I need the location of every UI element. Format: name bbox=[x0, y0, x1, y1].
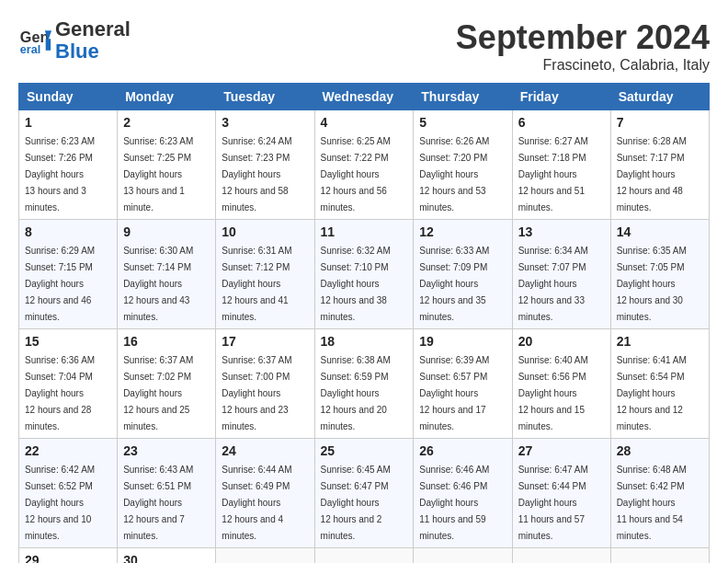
calendar-day-8: 8Sunrise: 6:29 AMSunset: 7:15 PMDaylight… bbox=[19, 220, 118, 329]
location-subtitle: Frascineto, Calabria, Italy bbox=[456, 57, 710, 74]
logo-blue: Blue bbox=[55, 40, 131, 63]
calendar-day-23: 23Sunrise: 6:43 AMSunset: 6:51 PMDayligh… bbox=[118, 439, 216, 548]
calendar-day-7: 7Sunrise: 6:28 AMSunset: 7:17 PMDaylight… bbox=[610, 110, 709, 220]
calendar-day-3: 3Sunrise: 6:24 AMSunset: 7:23 PMDaylight… bbox=[216, 110, 314, 220]
calendar-day-28: 28Sunrise: 6:48 AMSunset: 6:42 PMDayligh… bbox=[610, 439, 709, 548]
calendar-week-2: 15Sunrise: 6:36 AMSunset: 7:04 PMDayligh… bbox=[19, 329, 710, 439]
calendar-day-9: 9Sunrise: 6:30 AMSunset: 7:14 PMDaylight… bbox=[118, 220, 216, 329]
logo-icon: Gen eral bbox=[18, 24, 51, 57]
title-area: September 2024 Frascineto, Calabria, Ita… bbox=[456, 18, 710, 74]
calendar-header-row: SundayMondayTuesdayWednesdayThursdayFrid… bbox=[19, 84, 710, 110]
col-header-wednesday: Wednesday bbox=[314, 84, 414, 110]
calendar-day-4: 4Sunrise: 6:25 AMSunset: 7:22 PMDaylight… bbox=[314, 110, 414, 220]
col-header-monday: Monday bbox=[118, 84, 216, 110]
col-header-tuesday: Tuesday bbox=[216, 84, 314, 110]
calendar-day-26: 26Sunrise: 6:46 AMSunset: 6:46 PMDayligh… bbox=[414, 439, 512, 548]
calendar-week-4: 29Sunrise: 6:49 AMSunset: 6:41 PMDayligh… bbox=[19, 548, 710, 564]
calendar-day-30: 30Sunrise: 6:50 AMSunset: 6:39 PMDayligh… bbox=[118, 548, 216, 564]
calendar-day-18: 18Sunrise: 6:38 AMSunset: 6:59 PMDayligh… bbox=[314, 329, 414, 439]
page-header: Gen eral General Blue September 2024 Fra… bbox=[18, 18, 710, 74]
calendar-week-0: 1Sunrise: 6:23 AMSunset: 7:26 PMDaylight… bbox=[19, 110, 710, 220]
col-header-sunday: Sunday bbox=[19, 84, 118, 110]
calendar-day-5: 5Sunrise: 6:26 AMSunset: 7:20 PMDaylight… bbox=[414, 110, 512, 220]
calendar-day-15: 15Sunrise: 6:36 AMSunset: 7:04 PMDayligh… bbox=[19, 329, 118, 439]
calendar-day-6: 6Sunrise: 6:27 AMSunset: 7:18 PMDaylight… bbox=[512, 110, 610, 220]
calendar-day-24: 24Sunrise: 6:44 AMSunset: 6:49 PMDayligh… bbox=[216, 439, 314, 548]
logo-general: General bbox=[55, 18, 131, 40]
calendar-day-22: 22Sunrise: 6:42 AMSunset: 6:52 PMDayligh… bbox=[19, 439, 118, 548]
calendar-day-14: 14Sunrise: 6:35 AMSunset: 7:05 PMDayligh… bbox=[610, 220, 709, 329]
calendar-day-20: 20Sunrise: 6:40 AMSunset: 6:56 PMDayligh… bbox=[512, 329, 610, 439]
logo: Gen eral General Blue bbox=[18, 18, 131, 63]
col-header-friday: Friday bbox=[512, 84, 610, 110]
calendar-day-empty-4-2 bbox=[216, 548, 314, 564]
svg-text:Gen: Gen bbox=[20, 29, 49, 45]
col-header-saturday: Saturday bbox=[610, 84, 709, 110]
calendar-day-empty-4-6 bbox=[610, 548, 709, 564]
calendar-week-1: 8Sunrise: 6:29 AMSunset: 7:15 PMDaylight… bbox=[19, 220, 710, 329]
svg-rect-3 bbox=[46, 39, 51, 51]
calendar-day-27: 27Sunrise: 6:47 AMSunset: 6:44 PMDayligh… bbox=[512, 439, 610, 548]
calendar-day-13: 13Sunrise: 6:34 AMSunset: 7:07 PMDayligh… bbox=[512, 220, 610, 329]
calendar-day-10: 10Sunrise: 6:31 AMSunset: 7:12 PMDayligh… bbox=[216, 220, 314, 329]
svg-text:eral: eral bbox=[20, 44, 40, 57]
calendar-day-29: 29Sunrise: 6:49 AMSunset: 6:41 PMDayligh… bbox=[19, 548, 118, 564]
calendar-day-21: 21Sunrise: 6:41 AMSunset: 6:54 PMDayligh… bbox=[610, 329, 709, 439]
calendar-day-16: 16Sunrise: 6:37 AMSunset: 7:02 PMDayligh… bbox=[118, 329, 216, 439]
calendar-day-2: 2Sunrise: 6:23 AMSunset: 7:25 PMDaylight… bbox=[118, 110, 216, 220]
month-title: September 2024 bbox=[456, 18, 710, 57]
calendar-day-empty-4-5 bbox=[512, 548, 610, 564]
calendar-day-12: 12Sunrise: 6:33 AMSunset: 7:09 PMDayligh… bbox=[414, 220, 512, 329]
calendar-day-empty-4-3 bbox=[314, 548, 414, 564]
calendar-day-empty-4-4 bbox=[414, 548, 512, 564]
calendar-week-3: 22Sunrise: 6:42 AMSunset: 6:52 PMDayligh… bbox=[19, 439, 710, 548]
calendar-day-25: 25Sunrise: 6:45 AMSunset: 6:47 PMDayligh… bbox=[314, 439, 414, 548]
calendar-day-19: 19Sunrise: 6:39 AMSunset: 6:57 PMDayligh… bbox=[414, 329, 512, 439]
calendar-day-17: 17Sunrise: 6:37 AMSunset: 7:00 PMDayligh… bbox=[216, 329, 314, 439]
calendar-day-11: 11Sunrise: 6:32 AMSunset: 7:10 PMDayligh… bbox=[314, 220, 414, 329]
calendar-table: SundayMondayTuesdayWednesdayThursdayFrid… bbox=[18, 83, 710, 563]
col-header-thursday: Thursday bbox=[414, 84, 512, 110]
calendar-day-1: 1Sunrise: 6:23 AMSunset: 7:26 PMDaylight… bbox=[19, 110, 118, 220]
